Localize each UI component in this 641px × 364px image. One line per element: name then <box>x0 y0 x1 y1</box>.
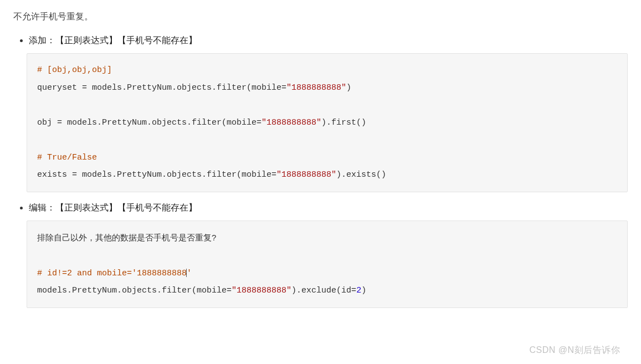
code-line: ).exists() <box>336 170 386 180</box>
bullet-label-edit: 编辑：【正则表达式】【手机号不能存在】 <box>29 202 628 214</box>
intro-text: 不允许手机号重复。 <box>13 11 628 23</box>
code-string: "1888888888" <box>232 286 291 295</box>
code-comment: ' <box>187 269 192 278</box>
code-line: exists = models.PrettyNum.objects.filter… <box>37 170 276 180</box>
code-string: "1888888888" <box>276 170 336 180</box>
list-item: 添加：【正则表达式】【手机号不能存在】 # [obj,obj,obj] quer… <box>29 35 628 192</box>
code-number: 2 <box>356 286 361 295</box>
code-string: "1888888888" <box>261 118 321 127</box>
code-line: ) <box>346 83 351 93</box>
code-line: ).first() <box>321 118 366 127</box>
code-block-edit: 排除自己以外，其他的数据是否手机号是否重复? # id!=2 and mobil… <box>27 221 628 308</box>
code-line: ) <box>361 286 366 295</box>
code-line: obj = models.PrettyNum.objects.filter(mo… <box>37 118 261 127</box>
code-line: queryset = models.PrettyNum.objects.filt… <box>37 83 286 93</box>
code-line: models.PrettyNum.objects.filter(mobile= <box>37 286 232 295</box>
code-note: 排除自己以外，其他的数据是否手机号是否重复? <box>37 233 216 242</box>
code-string: "1888888888" <box>286 83 346 93</box>
code-line: ).exclude(id= <box>291 286 356 295</box>
bullet-label-add: 添加：【正则表达式】【手机号不能存在】 <box>29 35 628 47</box>
bullet-list: 添加：【正则表达式】【手机号不能存在】 # [obj,obj,obj] quer… <box>13 35 628 308</box>
code-block-add: # [obj,obj,obj] queryset = models.Pretty… <box>27 53 628 192</box>
code-comment: # id!=2 and mobile='1888888888 <box>37 269 187 278</box>
code-comment: # True/False <box>37 153 97 162</box>
list-item: 编辑：【正则表达式】【手机号不能存在】 排除自己以外，其他的数据是否手机号是否重… <box>29 202 628 308</box>
code-comment: # [obj,obj,obj] <box>37 65 112 75</box>
